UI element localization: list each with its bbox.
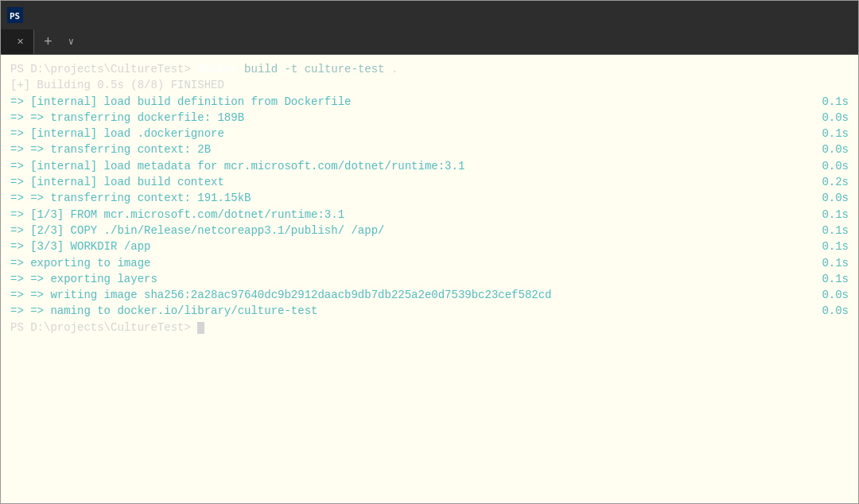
- terminal-line: => => transferring dockerfile: 189B0.0s: [10, 110, 849, 126]
- svg-text:PS: PS: [10, 11, 20, 21]
- cursor: [197, 322, 204, 334]
- line-content: => exporting to image: [10, 255, 150, 271]
- terminal-line: => => transferring context: 2B0.0s: [10, 142, 849, 157]
- line-time: 0.1s: [822, 207, 849, 223]
- terminal-line: => [3/3] WORKDIR /app0.1s: [10, 238, 849, 254]
- terminal-line: => exporting to image0.1s: [10, 255, 849, 271]
- line-content: => [1/3] FROM mcr.microsoft.com/dotnet/r…: [10, 207, 344, 223]
- line-content: => => transferring dockerfile: 189B: [10, 110, 244, 126]
- terminal-line: PS D:\projects\CultureTest>: [10, 320, 849, 335]
- line-time: 0.1s: [822, 94, 849, 110]
- terminal-line: [+] Building 0.5s (8/8) FINISHED: [10, 77, 849, 93]
- line-time: 0.1s: [822, 271, 849, 287]
- line-time: 0.2s: [822, 174, 849, 190]
- terminal-line: => [1/3] FROM mcr.microsoft.com/dotnet/r…: [10, 207, 849, 223]
- line-time: 0.1s: [822, 238, 849, 254]
- line-content: => => naming to docker.io/library/cultur…: [10, 303, 317, 319]
- line-content: => [3/3] WORKDIR /app: [10, 238, 150, 254]
- line-content: => => exporting layers: [10, 271, 157, 287]
- tab-close-icon[interactable]: ✕: [17, 37, 24, 47]
- line-time: 0.0s: [822, 287, 849, 303]
- tab-dropdown-icon[interactable]: ∨: [62, 36, 80, 48]
- terminal-line: => [internal] load build context0.2s: [10, 174, 849, 190]
- line-time: 0.0s: [822, 142, 849, 157]
- terminal-line: => [internal] load build definition from…: [10, 94, 849, 110]
- line-content: => => transferring context: 191.15kB: [10, 190, 251, 206]
- terminal-line: => => exporting layers0.1s: [10, 271, 849, 287]
- terminal-output[interactable]: PS D:\projects\CultureTest> docker build…: [1, 55, 858, 503]
- line-content: => => writing image sha256:2a28ac97640dc…: [10, 287, 552, 303]
- terminal-line: => => transferring context: 191.15kB0.0s: [10, 190, 849, 206]
- line-time: 0.0s: [822, 303, 849, 319]
- close-button[interactable]: [815, 1, 852, 29]
- line-content: => => transferring context: 2B: [10, 142, 211, 157]
- title-bar: PS: [1, 1, 858, 29]
- line-time: 0.1s: [822, 126, 849, 142]
- line-time: 0.1s: [822, 223, 849, 238]
- line-time: 0.1s: [822, 255, 849, 271]
- line-time: 0.0s: [822, 190, 849, 206]
- terminal-window: PS ✕ + ∨ PS D:\projects\CultureTest> doc…: [0, 0, 859, 504]
- terminal-line: => => writing image sha256:2a28ac97640dc…: [10, 287, 849, 303]
- line-time: 0.0s: [822, 110, 849, 126]
- terminal-line: => [2/3] COPY ./bin/Release/netcoreapp3.…: [10, 223, 849, 238]
- line-content: => [internal] load build definition from…: [10, 94, 351, 110]
- line-content: => [internal] load metadata for mcr.micr…: [10, 158, 464, 174]
- line-content: => [internal] load build context: [10, 174, 224, 190]
- tab-bar: ✕ + ∨: [1, 29, 858, 55]
- line-content: => [internal] load .dockerignore: [10, 126, 224, 142]
- tab-powershell[interactable]: ✕: [1, 29, 34, 54]
- terminal-line: => [internal] load .dockerignore0.1s: [10, 126, 849, 142]
- line-time: 0.0s: [822, 158, 849, 174]
- line-content: => [2/3] COPY ./bin/Release/netcoreapp3.…: [10, 223, 384, 238]
- terminal-line: PS D:\projects\CultureTest> docker build…: [10, 61, 849, 77]
- window-controls: [742, 1, 852, 29]
- maximize-button[interactable]: [779, 1, 815, 29]
- minimize-button[interactable]: [742, 1, 779, 29]
- new-tab-button[interactable]: +: [34, 29, 62, 54]
- app-icon: PS: [7, 7, 23, 23]
- terminal-line: => [internal] load metadata for mcr.micr…: [10, 158, 849, 174]
- terminal-line: => => naming to docker.io/library/cultur…: [10, 303, 849, 319]
